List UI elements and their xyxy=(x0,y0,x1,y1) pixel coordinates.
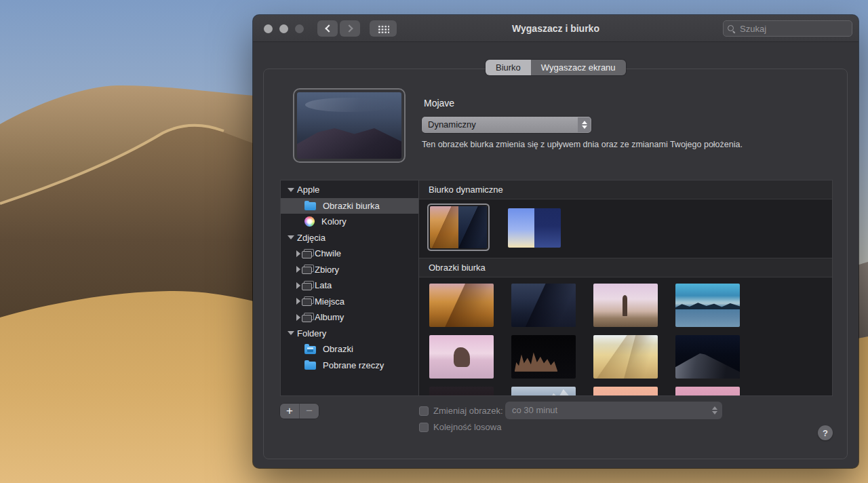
wallpaper-thumb-night-dune[interactable] xyxy=(675,335,740,379)
add-folder-button[interactable]: + xyxy=(280,404,299,419)
photos-icon xyxy=(302,283,312,290)
sidebar-item-label: Pobrane rzeczy xyxy=(323,360,384,370)
sidebar-item-label: Chwile xyxy=(315,248,341,258)
photos-icon xyxy=(302,267,312,274)
disclosure-triangle-icon[interactable] xyxy=(294,266,302,273)
wallpaper-thumb-mojave-day[interactable] xyxy=(429,284,494,327)
interval-stepper-icon xyxy=(712,402,717,419)
folder-icon xyxy=(304,362,316,370)
random-order-label: Kolejność losowa xyxy=(433,422,501,432)
search-field[interactable] xyxy=(723,20,852,37)
colors-icon xyxy=(304,216,315,227)
mode-popup-value: Dynamiczny xyxy=(422,117,591,133)
disclosure-triangle-icon[interactable] xyxy=(287,188,294,192)
sidebar-list: AppleObrazki biurkaKoloryZdjęciaChwileZb… xyxy=(281,180,419,395)
disclosure-triangle-icon[interactable] xyxy=(294,282,302,289)
wallpaper-thumb-desert-monolith[interactable] xyxy=(593,284,658,327)
random-order-row: Kolejność losowa xyxy=(419,422,501,432)
change-picture-row: Zmieniaj obrazek: xyxy=(419,406,503,416)
wallpaper-thumb-mountain-lake[interactable] xyxy=(675,284,740,327)
random-order-checkbox[interactable] xyxy=(419,423,429,432)
chevron-right-icon xyxy=(345,24,353,32)
sidebar-item-zdjecia[interactable]: Zdjęcia xyxy=(281,230,418,246)
wallpaper-thumb-tufa-rocks[interactable] xyxy=(511,335,576,379)
sidebar-item-albumy[interactable]: Albumy xyxy=(281,309,418,326)
sidebar-item-label: Lata xyxy=(315,280,332,290)
photos-icon xyxy=(302,251,312,258)
search-input[interactable] xyxy=(738,23,848,35)
sidebar-item-obrazki[interactable]: Obrazki xyxy=(281,341,418,358)
wallpaper-thumb-mojave-night[interactable] xyxy=(511,284,576,327)
wallpaper-thumb-light-dunes[interactable] xyxy=(593,335,658,379)
mojave-preview-image xyxy=(297,92,401,159)
sidebar-item-kolory[interactable]: Kolory xyxy=(281,214,418,230)
sidebar-item-zbiory[interactable]: Zbiory xyxy=(281,262,418,278)
wallpaper-description: Ten obrazek biurka zmienia się z upływem… xyxy=(422,140,743,149)
chevron-down-icon xyxy=(712,411,717,414)
remove-folder-button[interactable]: − xyxy=(300,404,319,419)
chevron-down-icon xyxy=(582,125,587,129)
sidebar-item-foldery[interactable]: Foldery xyxy=(281,326,418,342)
wallpaper-thumb-sunset-peach[interactable] xyxy=(593,387,658,395)
wallpaper-name: Mojave xyxy=(424,98,454,109)
sidebar-item-miejsca[interactable]: Miejsca xyxy=(281,294,418,310)
mode-popup[interactable]: Dynamiczny xyxy=(422,117,591,133)
folder-image-icon xyxy=(304,346,316,354)
add-remove-group: + − xyxy=(280,404,319,419)
wallpaper-thumb-sunset-clouds[interactable] xyxy=(675,387,740,395)
tab-desktop[interactable]: Biurko xyxy=(486,60,531,75)
change-picture-label: Zmieniaj obrazek: xyxy=(433,406,503,416)
titlebar[interactable]: Wygaszacz i biurko xyxy=(253,15,859,42)
sidebar-item-label: Kolory xyxy=(321,216,347,227)
folder-icon xyxy=(304,202,316,210)
sidebar-item-pobrane-rzeczy[interactable]: Pobrane rzeczy xyxy=(281,358,418,374)
wallpaper-thumb-sierra-autumn[interactable] xyxy=(511,387,576,395)
section-header-obrazki-biurka: Obrazki biurka xyxy=(419,258,832,277)
chevron-up-icon xyxy=(712,406,717,410)
search-icon xyxy=(728,25,735,33)
preferences-window: Wygaszacz i biurko Biurko Wygaszacz ekra… xyxy=(253,15,859,468)
disclosure-triangle-icon[interactable] xyxy=(294,250,302,257)
sidebar-item-label: Foldery xyxy=(297,328,326,339)
popup-stepper-icon xyxy=(578,117,591,132)
sidebar-item-obrazki-biurka[interactable]: Obrazki biurka xyxy=(281,198,418,214)
forward-button[interactable] xyxy=(340,20,360,37)
disclosure-triangle-icon[interactable] xyxy=(287,331,294,335)
disclosure-triangle-icon[interactable] xyxy=(294,298,302,305)
section-items-dynamic xyxy=(419,199,832,258)
help-button[interactable]: ? xyxy=(818,425,833,440)
sidebar-item-label: Obrazki xyxy=(323,344,353,354)
disclosure-triangle-icon[interactable] xyxy=(294,314,302,321)
disclosure-triangle-icon[interactable] xyxy=(287,235,294,239)
tab-bar: Biurko Wygaszacz ekranu xyxy=(486,60,626,75)
grid-icon xyxy=(377,24,389,33)
sidebar-item-chwile[interactable]: Chwile xyxy=(281,246,418,262)
sidebar-item-label: Obrazki biurka xyxy=(323,201,380,211)
photos-icon xyxy=(302,315,312,322)
photos-icon xyxy=(302,298,312,306)
sidebar-item-label: Apple xyxy=(297,185,319,195)
tab-screensaver[interactable]: Wygaszacz ekranu xyxy=(531,60,626,75)
change-picture-checkbox[interactable] xyxy=(419,406,429,416)
show-all-button[interactable] xyxy=(370,20,397,37)
back-button[interactable] xyxy=(317,20,338,37)
sidebar-item-label: Albumy xyxy=(315,312,344,322)
wallpaper-thumb-red-rocks[interactable] xyxy=(429,387,494,395)
sidebar-item-label: Zbiory xyxy=(315,265,339,275)
sidebar-item-apple[interactable]: Apple xyxy=(281,182,418,198)
chevron-up-icon xyxy=(582,121,587,124)
sidebar-item-lata[interactable]: Lata xyxy=(281,277,418,294)
section-items-static xyxy=(419,277,832,395)
sidebar-item-label: Miejsca xyxy=(315,296,344,307)
section-header-biurko-dynamiczne: Biurko dynamiczne xyxy=(419,180,832,199)
wallpaper-thumb-mojave-dynamic[interactable] xyxy=(430,206,487,248)
wallpaper-thumb-solar-gradients[interactable] xyxy=(508,208,561,248)
minimize-button[interactable] xyxy=(279,24,288,33)
nav-buttons xyxy=(317,20,360,37)
wallpaper-thumb-pink-lake-rock[interactable] xyxy=(429,335,494,379)
zoom-button[interactable] xyxy=(295,24,304,33)
close-button[interactable] xyxy=(264,24,273,33)
sidebar-item-label: Zdjęcia xyxy=(297,233,326,243)
wallpaper-browser: AppleObrazki biurkaKoloryZdjęciaChwileZb… xyxy=(280,180,833,396)
interval-popup[interactable]: co 30 minut xyxy=(505,402,722,419)
